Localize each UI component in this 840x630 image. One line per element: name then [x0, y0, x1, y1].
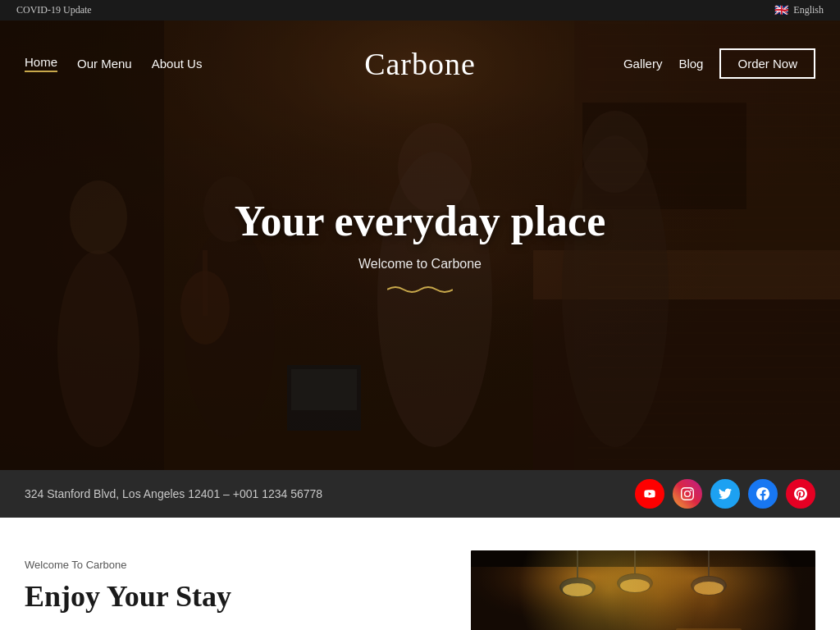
- section-title: Enjoy Your Stay: [25, 579, 438, 614]
- hero-title: Your everyday place: [235, 197, 606, 245]
- svg-rect-44: [471, 550, 815, 630]
- svg-point-30: [561, 578, 594, 595]
- order-now-button[interactable]: Order Now: [719, 48, 815, 79]
- below-image: [471, 550, 815, 630]
- nav-blog[interactable]: Blog: [678, 57, 703, 71]
- flag-icon: 🇬🇧: [774, 3, 788, 17]
- nav-right: Gallery Blog Order Now: [623, 48, 815, 79]
- wave-decoration: [387, 285, 453, 294]
- pinterest-icon[interactable]: [786, 479, 815, 509]
- welcome-label: Welcome To Carbone: [25, 559, 438, 571]
- twitter-icon[interactable]: [710, 479, 740, 509]
- restaurant-interior-svg: [471, 550, 815, 630]
- main-nav: Home Our Menu About Us Carbone Gallery B…: [0, 39, 840, 89]
- hero-divider: [235, 285, 606, 294]
- svg-point-33: [619, 574, 651, 591]
- svg-rect-21: [471, 550, 815, 630]
- nav-gallery[interactable]: Gallery: [623, 57, 663, 71]
- youtube-icon[interactable]: [635, 479, 664, 509]
- nav-left: Home Our Menu About Us: [25, 55, 202, 72]
- svg-rect-22: [471, 550, 815, 630]
- svg-point-29: [559, 578, 596, 597]
- facebook-icon[interactable]: [748, 479, 778, 509]
- nav-home[interactable]: Home: [25, 55, 57, 72]
- hero-content: Your everyday place Welcome to Carbone: [235, 197, 606, 294]
- svg-point-34: [620, 579, 650, 592]
- covid-update-label[interactable]: COVID-19 Update: [16, 4, 92, 16]
- info-bar: 324 Stanford Blvd, Los Angeles 12401 – +…: [0, 470, 840, 518]
- svg-point-37: [694, 582, 724, 595]
- language-selector[interactable]: 🇬🇧 English: [774, 3, 824, 17]
- nav-about-us[interactable]: About Us: [152, 57, 203, 71]
- site-logo[interactable]: Carbone: [364, 46, 476, 82]
- svg-point-35: [691, 576, 727, 596]
- hero-section: Home Our Menu About Us Carbone Gallery B…: [0, 21, 840, 470]
- address-text: 324 Stanford Blvd, Los Angeles 12401 – +…: [25, 487, 322, 500]
- below-fold-section: Welcome To Carbone Enjoy Your Stay: [0, 518, 840, 630]
- social-icons: [635, 479, 815, 509]
- hero-subtitle: Welcome to Carbone: [235, 257, 606, 272]
- svg-rect-25: [471, 550, 815, 567]
- svg-rect-18: [291, 369, 357, 410]
- top-bar: COVID-19 Update 🇬🇧 English: [0, 0, 840, 21]
- svg-point-31: [563, 583, 592, 596]
- language-label: English: [793, 4, 824, 16]
- svg-rect-20: [203, 250, 208, 316]
- svg-rect-24: [471, 550, 815, 630]
- below-text: Welcome To Carbone Enjoy Your Stay: [25, 550, 438, 614]
- nav-our-menu[interactable]: Our Menu: [77, 57, 132, 71]
- svg-point-36: [692, 577, 725, 593]
- instagram-icon[interactable]: [673, 479, 702, 509]
- svg-point-32: [617, 573, 653, 593]
- svg-rect-23: [471, 550, 815, 630]
